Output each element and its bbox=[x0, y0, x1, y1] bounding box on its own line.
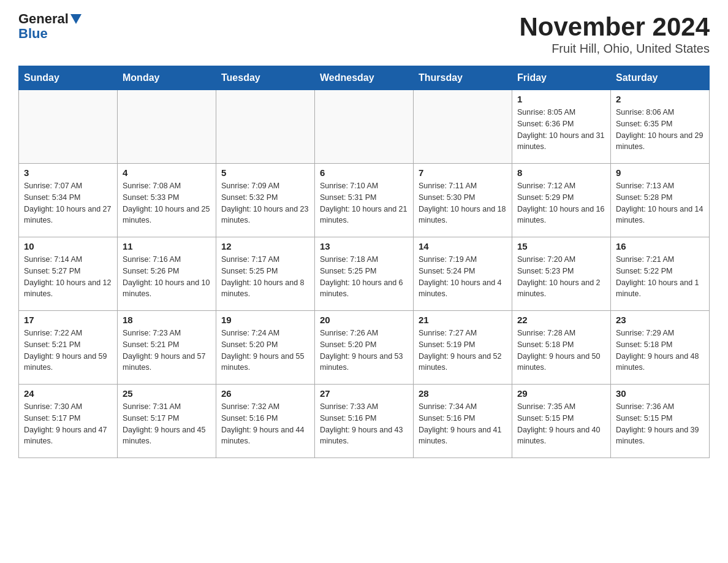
day-header-tuesday: Tuesday bbox=[216, 66, 315, 90]
day-number: 17 bbox=[24, 315, 112, 325]
week-row-5: 24Sunrise: 7:30 AMSunset: 5:17 PMDayligh… bbox=[19, 385, 710, 458]
day-number: 28 bbox=[419, 388, 507, 399]
calendar-cell: 14Sunrise: 7:19 AMSunset: 5:24 PMDayligh… bbox=[414, 237, 512, 311]
day-info: Sunrise: 7:13 AMSunset: 5:28 PMDaylight:… bbox=[616, 180, 704, 226]
days-of-week-row: SundayMondayTuesdayWednesdayThursdayFrid… bbox=[19, 66, 710, 90]
day-info: Sunrise: 7:14 AMSunset: 5:27 PMDaylight:… bbox=[24, 254, 112, 300]
day-number: 19 bbox=[221, 315, 309, 325]
calendar-cell: 3Sunrise: 7:07 AMSunset: 5:34 PMDaylight… bbox=[19, 164, 118, 237]
day-number: 9 bbox=[616, 167, 704, 178]
day-info: Sunrise: 7:09 AMSunset: 5:32 PMDaylight:… bbox=[221, 180, 309, 226]
day-number: 1 bbox=[517, 94, 605, 104]
calendar-cell: 5Sunrise: 7:09 AMSunset: 5:32 PMDaylight… bbox=[216, 164, 315, 237]
day-info: Sunrise: 7:22 AMSunset: 5:21 PMDaylight:… bbox=[24, 327, 112, 373]
calendar-cell: 20Sunrise: 7:26 AMSunset: 5:20 PMDayligh… bbox=[315, 311, 414, 385]
calendar-cell: 11Sunrise: 7:16 AMSunset: 5:26 PMDayligh… bbox=[118, 237, 216, 311]
day-number: 25 bbox=[123, 388, 211, 399]
calendar-cell: 28Sunrise: 7:34 AMSunset: 5:16 PMDayligh… bbox=[414, 385, 512, 458]
day-number: 18 bbox=[123, 315, 211, 325]
day-number: 14 bbox=[419, 241, 507, 251]
calendar-cell: 16Sunrise: 7:21 AMSunset: 5:22 PMDayligh… bbox=[611, 237, 710, 311]
day-number: 4 bbox=[123, 167, 211, 178]
day-info: Sunrise: 7:26 AMSunset: 5:20 PMDaylight:… bbox=[320, 327, 408, 373]
day-info: Sunrise: 8:06 AMSunset: 6:35 PMDaylight:… bbox=[616, 107, 704, 153]
day-number: 11 bbox=[123, 241, 211, 251]
day-number: 29 bbox=[517, 388, 605, 399]
week-row-4: 17Sunrise: 7:22 AMSunset: 5:21 PMDayligh… bbox=[19, 311, 710, 385]
calendar-title: November 2024 bbox=[519, 12, 710, 42]
day-info: Sunrise: 7:17 AMSunset: 5:25 PMDaylight:… bbox=[221, 254, 309, 300]
logo-triangle-icon bbox=[70, 14, 82, 24]
calendar-cell: 29Sunrise: 7:35 AMSunset: 5:15 PMDayligh… bbox=[512, 385, 611, 458]
day-info: Sunrise: 7:36 AMSunset: 5:15 PMDaylight:… bbox=[616, 401, 704, 447]
day-info: Sunrise: 7:23 AMSunset: 5:21 PMDaylight:… bbox=[123, 327, 211, 373]
calendar-body: 1Sunrise: 8:05 AMSunset: 6:36 PMDaylight… bbox=[19, 90, 710, 458]
day-number: 5 bbox=[221, 167, 309, 178]
day-number: 22 bbox=[517, 315, 605, 325]
day-number: 30 bbox=[616, 388, 704, 399]
day-number: 20 bbox=[320, 315, 408, 325]
day-info: Sunrise: 7:24 AMSunset: 5:20 PMDaylight:… bbox=[221, 327, 309, 373]
calendar-cell: 9Sunrise: 7:13 AMSunset: 5:28 PMDaylight… bbox=[611, 164, 710, 237]
calendar-cell: 27Sunrise: 7:33 AMSunset: 5:16 PMDayligh… bbox=[315, 385, 414, 458]
title-block: November 2024 Fruit Hill, Ohio, United S… bbox=[519, 12, 710, 56]
day-number: 2 bbox=[616, 94, 704, 104]
calendar-cell: 8Sunrise: 7:12 AMSunset: 5:29 PMDaylight… bbox=[512, 164, 611, 237]
day-number: 23 bbox=[616, 315, 704, 325]
day-info: Sunrise: 7:19 AMSunset: 5:24 PMDaylight:… bbox=[419, 254, 507, 300]
day-number: 16 bbox=[616, 241, 704, 251]
day-header-monday: Monday bbox=[118, 66, 216, 90]
calendar-cell: 1Sunrise: 8:05 AMSunset: 6:36 PMDaylight… bbox=[512, 90, 611, 164]
day-info: Sunrise: 7:16 AMSunset: 5:26 PMDaylight:… bbox=[123, 254, 211, 300]
calendar-cell: 19Sunrise: 7:24 AMSunset: 5:20 PMDayligh… bbox=[216, 311, 315, 385]
day-info: Sunrise: 7:28 AMSunset: 5:18 PMDaylight:… bbox=[517, 327, 605, 373]
week-row-2: 3Sunrise: 7:07 AMSunset: 5:34 PMDaylight… bbox=[19, 164, 710, 237]
day-header-friday: Friday bbox=[512, 66, 611, 90]
day-header-thursday: Thursday bbox=[414, 66, 512, 90]
calendar-cell: 10Sunrise: 7:14 AMSunset: 5:27 PMDayligh… bbox=[19, 237, 118, 311]
calendar-cell: 15Sunrise: 7:20 AMSunset: 5:23 PMDayligh… bbox=[512, 237, 611, 311]
day-number: 24 bbox=[24, 388, 112, 399]
day-info: Sunrise: 7:31 AMSunset: 5:17 PMDaylight:… bbox=[123, 401, 211, 447]
calendar-cell: 24Sunrise: 7:30 AMSunset: 5:17 PMDayligh… bbox=[19, 385, 118, 458]
day-info: Sunrise: 7:32 AMSunset: 5:16 PMDaylight:… bbox=[221, 401, 309, 447]
calendar-table: SundayMondayTuesdayWednesdayThursdayFrid… bbox=[18, 66, 710, 458]
day-info: Sunrise: 7:21 AMSunset: 5:22 PMDaylight:… bbox=[616, 254, 704, 300]
calendar-subtitle: Fruit Hill, Ohio, United States bbox=[519, 42, 710, 56]
day-info: Sunrise: 7:12 AMSunset: 5:29 PMDaylight:… bbox=[517, 180, 605, 226]
page-header: General Blue November 2024 Fruit Hill, O… bbox=[18, 12, 710, 56]
calendar-cell bbox=[19, 90, 118, 164]
day-info: Sunrise: 7:34 AMSunset: 5:16 PMDaylight:… bbox=[419, 401, 507, 447]
week-row-3: 10Sunrise: 7:14 AMSunset: 5:27 PMDayligh… bbox=[19, 237, 710, 311]
calendar-cell bbox=[216, 90, 315, 164]
day-info: Sunrise: 7:35 AMSunset: 5:15 PMDaylight:… bbox=[517, 401, 605, 447]
calendar-cell: 26Sunrise: 7:32 AMSunset: 5:16 PMDayligh… bbox=[216, 385, 315, 458]
calendar-cell: 6Sunrise: 7:10 AMSunset: 5:31 PMDaylight… bbox=[315, 164, 414, 237]
day-info: Sunrise: 7:07 AMSunset: 5:34 PMDaylight:… bbox=[24, 180, 112, 226]
calendar-cell: 4Sunrise: 7:08 AMSunset: 5:33 PMDaylight… bbox=[118, 164, 216, 237]
week-row-1: 1Sunrise: 8:05 AMSunset: 6:36 PMDaylight… bbox=[19, 90, 710, 164]
day-info: Sunrise: 7:20 AMSunset: 5:23 PMDaylight:… bbox=[517, 254, 605, 300]
day-header-saturday: Saturday bbox=[611, 66, 710, 90]
calendar-cell: 12Sunrise: 7:17 AMSunset: 5:25 PMDayligh… bbox=[216, 237, 315, 311]
day-number: 13 bbox=[320, 241, 408, 251]
calendar-cell bbox=[315, 90, 414, 164]
logo-text-general: General bbox=[18, 12, 69, 26]
day-info: Sunrise: 8:05 AMSunset: 6:36 PMDaylight:… bbox=[517, 107, 605, 153]
day-number: 12 bbox=[221, 241, 309, 251]
calendar-cell: 22Sunrise: 7:28 AMSunset: 5:18 PMDayligh… bbox=[512, 311, 611, 385]
calendar-cell bbox=[414, 90, 512, 164]
day-number: 7 bbox=[419, 167, 507, 178]
calendar-cell: 13Sunrise: 7:18 AMSunset: 5:25 PMDayligh… bbox=[315, 237, 414, 311]
calendar-cell bbox=[118, 90, 216, 164]
day-number: 21 bbox=[419, 315, 507, 325]
day-info: Sunrise: 7:10 AMSunset: 5:31 PMDaylight:… bbox=[320, 180, 408, 226]
calendar-cell: 23Sunrise: 7:29 AMSunset: 5:18 PMDayligh… bbox=[611, 311, 710, 385]
day-info: Sunrise: 7:08 AMSunset: 5:33 PMDaylight:… bbox=[123, 180, 211, 226]
day-number: 10 bbox=[24, 241, 112, 251]
calendar-cell: 2Sunrise: 8:06 AMSunset: 6:35 PMDaylight… bbox=[611, 90, 710, 164]
day-info: Sunrise: 7:30 AMSunset: 5:17 PMDaylight:… bbox=[24, 401, 112, 447]
day-number: 6 bbox=[320, 167, 408, 178]
calendar-cell: 30Sunrise: 7:36 AMSunset: 5:15 PMDayligh… bbox=[611, 385, 710, 458]
logo: General Blue bbox=[18, 12, 82, 42]
